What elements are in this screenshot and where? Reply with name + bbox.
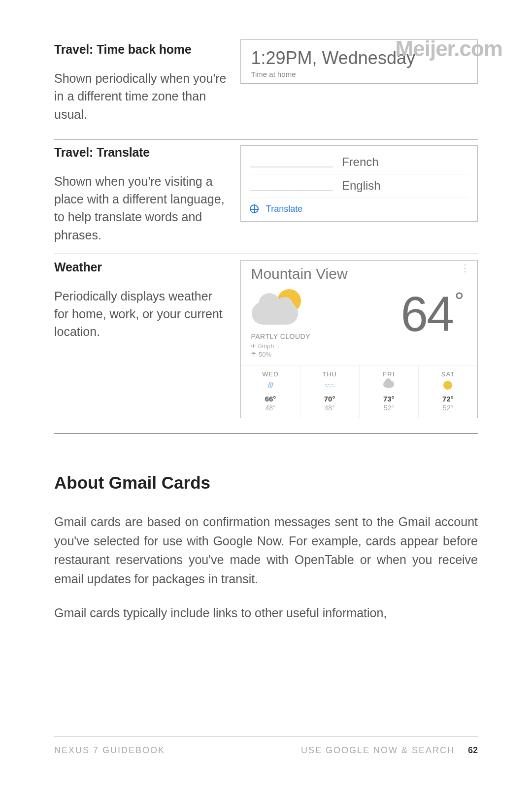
- document-page: Travel: Time back home Shown periodicall…: [0, 0, 532, 623]
- forecast-day: THU ≈≈≈ 70° 48°: [300, 366, 360, 418]
- forecast-day: FRI 73° 52°: [360, 366, 419, 418]
- divider: [54, 433, 478, 433]
- section-travel-translate: Travel: Translate Shown when you're visi…: [54, 139, 478, 244]
- weather-wind: ✈ 0mph: [251, 342, 337, 350]
- translate-link-label: Translate: [266, 204, 302, 214]
- translate-row-target: English: [250, 174, 468, 198]
- weather-forecast: WED /// 66° 48° THU ≈≈≈ 70° 48° FRI: [241, 365, 477, 418]
- forecast-day-name: WED: [241, 370, 299, 378]
- translate-card: French English Translate: [240, 145, 478, 222]
- translate-action[interactable]: Translate: [250, 198, 468, 217]
- translate-lang-target: English: [342, 179, 468, 193]
- forecast-day: SAT 72° 52°: [419, 366, 477, 418]
- fog-icon: ≈≈≈: [300, 381, 359, 392]
- footer-book-title: NEXUS 7 GUIDEBOOK: [54, 745, 165, 756]
- about-paragraph: Gmail cards typically include links to o…: [54, 603, 478, 623]
- watermark: Meijer.com: [396, 36, 502, 61]
- translate-row-source: French: [250, 151, 468, 174]
- section-desc: Shown periodically when you're in a diff…: [54, 69, 227, 123]
- section-heading: Travel: Translate: [54, 145, 227, 160]
- sun-icon: [419, 381, 477, 392]
- weather-condition: PARTLY CLOUDY: [251, 333, 337, 340]
- forecast-day-name: THU: [300, 370, 359, 378]
- page-footer: NEXUS 7 GUIDEBOOK USE GOOGLE NOW & SEARC…: [54, 736, 478, 756]
- section-heading: Travel: Time back home: [54, 42, 227, 57]
- globe-icon: [250, 204, 259, 213]
- about-heading: About Gmail Cards: [54, 473, 478, 493]
- forecast-hi: 66°: [241, 395, 299, 403]
- forecast-hi: 73°: [360, 395, 418, 403]
- page-number: 62: [468, 745, 478, 755]
- forecast-hi: 70°: [300, 395, 359, 403]
- forecast-hi: 72°: [419, 395, 477, 403]
- translate-input-source[interactable]: [250, 157, 333, 167]
- more-icon[interactable]: ⋮: [460, 267, 468, 269]
- section-desc: Periodically displays weather for home, …: [54, 287, 227, 341]
- weather-card: ⋮ Mountain View PARTLY CLOUDY ✈ 0mph ☂ 5…: [240, 260, 478, 418]
- cloud-icon: [360, 381, 418, 392]
- about-gmail-cards: About Gmail Cards Gmail cards are based …: [54, 473, 478, 623]
- translate-input-target[interactable]: [250, 180, 333, 191]
- forecast-day: WED /// 66° 48°: [241, 366, 300, 418]
- partly-cloudy-icon: [251, 289, 310, 329]
- section-heading: Weather: [54, 260, 227, 274]
- forecast-day-name: SAT: [419, 370, 477, 378]
- forecast-lo: 48°: [300, 404, 359, 412]
- footer-chapter: USE GOOGLE NOW & SEARCH 62: [301, 745, 478, 756]
- weather-city: Mountain View: [251, 266, 467, 282]
- time-label: Time at home: [251, 70, 467, 78]
- section-weather: Weather Periodically displays weather fo…: [54, 254, 478, 418]
- about-paragraph: Gmail cards are based on confirmation me…: [54, 512, 478, 589]
- forecast-lo: 48°: [241, 404, 299, 412]
- translate-lang-source: French: [342, 155, 468, 169]
- forecast-lo: 52°: [419, 404, 477, 412]
- section-desc: Shown when you're visiting a place with …: [54, 172, 227, 244]
- forecast-day-name: FRI: [360, 370, 418, 378]
- rain-icon: ///: [241, 381, 299, 392]
- weather-humidity: ☂ 50%: [251, 351, 337, 358]
- weather-temp: 64°: [337, 289, 467, 338]
- forecast-lo: 52°: [360, 404, 418, 412]
